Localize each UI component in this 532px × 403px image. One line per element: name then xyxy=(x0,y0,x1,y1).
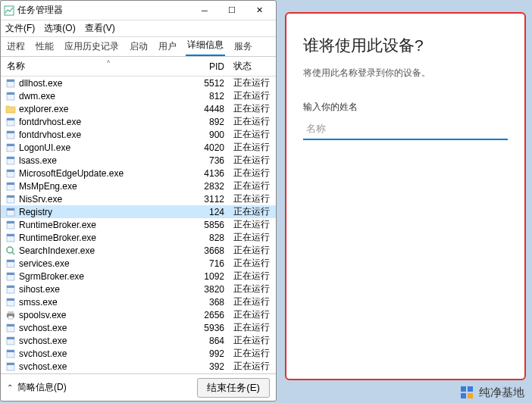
process-row[interactable]: sihost.exe3820正在运行 xyxy=(1,283,276,295)
svg-rect-52 xyxy=(461,386,466,392)
process-row[interactable]: services.exe716正在运行 xyxy=(1,257,276,270)
process-row[interactable]: RuntimeBroker.exe828正在运行 xyxy=(1,231,276,244)
process-pid: 812 xyxy=(189,91,230,102)
process-row[interactable]: svchost.exe864正在运行 xyxy=(1,334,276,347)
process-row[interactable]: dwm.exe812正在运行 xyxy=(1,89,276,102)
process-row[interactable]: explorer.exe4448正在运行 xyxy=(1,102,276,115)
svg-rect-2 xyxy=(7,80,14,82)
tab-1[interactable]: 性能 xyxy=(34,37,55,56)
name-field-label: 输入你的姓名 xyxy=(303,101,508,114)
svg-rect-24 xyxy=(7,234,14,236)
column-header-pid[interactable]: PID xyxy=(189,61,230,72)
process-name: fontdrvhost.exe xyxy=(19,130,81,140)
process-icon xyxy=(5,207,16,217)
process-icon xyxy=(5,233,16,243)
process-name: spoolsv.exe xyxy=(19,310,66,320)
tab-2[interactable]: 应用历史记录 xyxy=(63,37,120,56)
process-row[interactable]: SgrmBroker.exe1092正在运行 xyxy=(1,270,276,283)
oobe-dialog: 谁将使用此设备? 将使用此名称登录到你的设备。 输入你的姓名 xyxy=(285,12,526,380)
tab-3[interactable]: 启动 xyxy=(128,37,149,56)
process-row[interactable]: MsMpEng.exe2832正在运行 xyxy=(1,180,276,192)
process-row[interactable]: lsass.exe736正在运行 xyxy=(1,154,276,167)
process-row[interactable]: svchost.exe392正在运行 xyxy=(1,360,276,373)
process-icon xyxy=(5,117,16,127)
tab-bar: 进程性能应用历史记录启动用户详细信息服务 xyxy=(1,37,276,57)
process-name-cell: svchost.exe xyxy=(1,323,189,333)
process-pid: 3820 xyxy=(189,284,230,295)
svg-rect-54 xyxy=(461,393,466,398)
collapse-arrow-icon[interactable]: ⌃ xyxy=(7,383,13,392)
svg-rect-32 xyxy=(7,286,14,288)
process-list[interactable]: dllhost.exe5512正在运行dwm.exe812正在运行explore… xyxy=(1,77,276,373)
svg-point-25 xyxy=(7,247,13,253)
process-status: 正在运行 xyxy=(230,192,273,205)
process-pid: 736 xyxy=(189,155,230,166)
tab-0[interactable]: 进程 xyxy=(5,37,27,56)
process-row[interactable]: Registry124正在运行 xyxy=(1,205,276,218)
process-row[interactable]: fontdrvhost.exe892正在运行 xyxy=(1,115,276,128)
process-name: RuntimeBroker.exe xyxy=(19,220,96,230)
name-input[interactable] xyxy=(303,118,508,140)
close-button[interactable]: ✕ xyxy=(246,2,273,20)
process-icon xyxy=(5,194,16,205)
process-name: sihost.exe xyxy=(19,284,60,295)
process-row[interactable]: NisSrv.exe3112正在运行 xyxy=(1,192,276,205)
svg-rect-14 xyxy=(7,170,14,172)
process-row[interactable]: LogonUI.exe4020正在运行 xyxy=(1,141,276,154)
process-pid: 900 xyxy=(189,130,230,140)
tab-5[interactable]: 详细信息 xyxy=(186,36,225,56)
process-name: lsass.exe xyxy=(19,155,57,166)
svg-rect-45 xyxy=(7,363,14,365)
process-name: svchost.exe xyxy=(19,323,67,333)
process-row[interactable]: svchost.exe992正在运行 xyxy=(1,347,276,360)
maximize-button[interactable]: ☐ xyxy=(218,2,246,20)
process-name-cell: MsMpEng.exe xyxy=(1,181,189,192)
fewer-details-link[interactable]: 简略信息(D) xyxy=(17,381,192,394)
process-name-cell: NisSrv.exe xyxy=(1,194,189,205)
process-pid: 5856 xyxy=(189,220,230,230)
menu-file[interactable]: 文件(F) xyxy=(5,22,35,35)
menu-options[interactable]: 选项(O) xyxy=(44,22,75,35)
process-row[interactable]: dllhost.exe5512正在运行 xyxy=(1,77,276,89)
process-row[interactable]: fontdrvhost.exe900正在运行 xyxy=(1,128,276,141)
process-row[interactable]: svchost.exe5936正在运行 xyxy=(1,321,276,334)
menu-bar: 文件(F) 选项(O) 查看(V) xyxy=(1,20,276,37)
tab-4[interactable]: 用户 xyxy=(157,37,178,56)
process-row[interactable]: spoolsv.exe2656正在运行 xyxy=(1,308,276,321)
menu-view[interactable]: 查看(V) xyxy=(85,22,115,35)
process-name-cell: svchost.exe xyxy=(1,348,189,359)
end-task-button[interactable]: 结束任务(E) xyxy=(197,378,270,398)
svg-rect-8 xyxy=(7,131,14,133)
svg-rect-35 xyxy=(8,311,14,314)
process-name-cell: LogonUI.exe xyxy=(1,142,189,153)
process-name: SgrmBroker.exe xyxy=(19,271,84,282)
process-name: NisSrv.exe xyxy=(19,194,62,205)
process-name-cell: svchost.exe xyxy=(1,336,189,346)
process-icon xyxy=(5,310,16,320)
process-name-cell: sihost.exe xyxy=(1,284,189,295)
process-status: 正在运行 xyxy=(230,360,273,373)
column-header-status[interactable]: 状态 xyxy=(230,60,273,73)
column-header-name[interactable]: 名称 xyxy=(1,60,189,73)
process-icon xyxy=(5,245,16,256)
process-row[interactable]: MicrosoftEdgeUpdate.exe4136正在运行 xyxy=(1,167,276,180)
titlebar[interactable]: 任务管理器 ─ ☐ ✕ xyxy=(1,1,276,20)
minimize-button[interactable]: ─ xyxy=(191,2,218,20)
process-pid: 4448 xyxy=(189,104,230,114)
tab-6[interactable]: 服务 xyxy=(233,37,254,56)
process-row[interactable]: SearchIndexer.exe3668正在运行 xyxy=(1,244,276,257)
process-row[interactable]: RuntimeBroker.exe5856正在运行 xyxy=(1,218,276,231)
process-icon xyxy=(5,142,16,153)
svg-rect-10 xyxy=(7,144,14,146)
process-pid: 992 xyxy=(189,348,230,359)
svg-rect-39 xyxy=(7,324,14,326)
process-name-cell: SgrmBroker.exe xyxy=(1,271,189,282)
process-status: 正在运行 xyxy=(230,321,273,334)
process-pid: 3112 xyxy=(189,194,230,205)
process-row[interactable]: smss.exe368正在运行 xyxy=(1,295,276,308)
process-name: dllhost.exe xyxy=(19,78,62,89)
process-icon xyxy=(5,271,16,282)
svg-rect-16 xyxy=(7,183,14,185)
svg-rect-12 xyxy=(7,157,14,159)
process-status: 正在运行 xyxy=(230,205,273,218)
